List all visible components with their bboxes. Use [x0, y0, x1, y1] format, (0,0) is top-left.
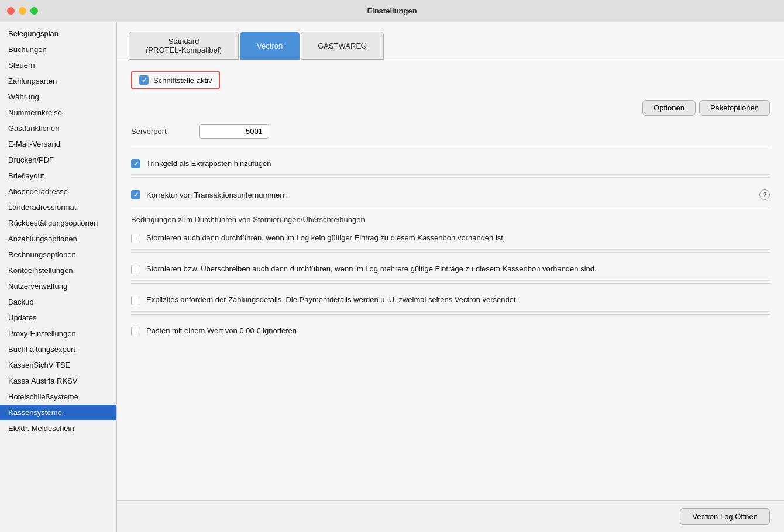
sidebar-item-steuern[interactable]: Steuern	[0, 57, 116, 73]
sidebar-item-zahlungsarten[interactable]: Zahlungsarten	[0, 73, 116, 89]
sidebar-item-kassensichv-tse[interactable]: KassenSichV TSE	[0, 357, 116, 373]
sidebar-item-buchhaltungsexport[interactable]: Buchhaltungsexport	[0, 341, 116, 357]
condition-row-stornieren2: Stornieren bzw. Überschreiben auch dann …	[131, 258, 770, 281]
sidebar-item-email-versand[interactable]: E-Mail-Versand	[0, 136, 116, 152]
divider-cond-explizites	[131, 314, 770, 315]
window-controls	[7, 7, 38, 15]
korrektur-checkbox[interactable]: ✓	[131, 190, 140, 199]
sidebar: BelegungsplanBuchungenSteuernZahlungsart…	[0, 22, 117, 532]
sidebar-item-waehrung[interactable]: Währung	[0, 89, 116, 105]
sidebar-item-kassa-austria[interactable]: Kassa Austria RKSV	[0, 373, 116, 389]
condition-cb-explizites[interactable]	[131, 296, 140, 305]
serverport-input[interactable]	[199, 124, 269, 139]
sidebar-item-nutzerverwaltung[interactable]: Nutzerverwaltung	[0, 278, 116, 294]
schnittstelle-aktiv-box[interactable]: ✓ Schnittstelle aktiv	[131, 71, 220, 89]
korrektur-row: ✓ Korrektur von Transaktionsunternummern…	[131, 184, 770, 206]
tab-bar: Standard (PROTEL-Kompatibel)VectronGASTW…	[117, 22, 784, 60]
sidebar-item-rueckbestaetigung[interactable]: Rückbestätigungsoptionen	[0, 215, 116, 231]
section-label: Bedingungen zum Durchführen von Stornier…	[131, 215, 770, 224]
options-bar: OptionenPaketoptionen	[131, 100, 770, 116]
schnittstelle-aktiv-label: Schnittstelle aktiv	[153, 76, 212, 85]
sidebar-item-belegungsplan[interactable]: Belegungsplan	[0, 26, 116, 42]
close-button[interactable]	[7, 7, 15, 15]
sidebar-item-hotelschliesssysteme[interactable]: Hotelschließsysteme	[0, 389, 116, 405]
vectron-log-button[interactable]: Vectron Log Öffnen	[680, 508, 770, 525]
minimize-button[interactable]	[19, 7, 26, 15]
trinkgeld-row: ✓ Trinkgeld als Extraposten hinzufügen	[131, 153, 770, 175]
sidebar-item-kontoeinstellungen[interactable]: Kontoeinstellungen	[0, 262, 116, 278]
condition-cb-stornieren2[interactable]	[131, 265, 140, 274]
sidebar-item-brieflayout[interactable]: Brieflayout	[0, 168, 116, 184]
sidebar-item-gastfunktionen[interactable]: Gastfunktionen	[0, 120, 116, 136]
sidebar-item-nummernkreise[interactable]: Nummernkreise	[0, 105, 116, 120]
options-btn-paketoptionen[interactable]: Paketoptionen	[699, 100, 770, 116]
sidebar-item-buchungen[interactable]: Buchungen	[0, 42, 116, 57]
divider-cond-stornieren1	[131, 252, 770, 253]
maximize-button[interactable]	[30, 7, 38, 15]
divider-1	[131, 147, 770, 147]
tab-vectron[interactable]: Vectron	[240, 32, 300, 60]
serverport-label: Serverport	[131, 127, 190, 136]
bottom-bar: Vectron Log Öffnen	[117, 500, 784, 532]
condition-row-explizites: Explizites anfordern der Zahlungsdetails…	[131, 289, 770, 312]
options-btn-optionen[interactable]: Optionen	[642, 100, 696, 116]
divider-3	[131, 209, 770, 209]
sidebar-item-anzahlungsoptionen[interactable]: Anzahlungsoptionen	[0, 231, 116, 247]
schnittstelle-aktiv-checkbox[interactable]: ✓	[139, 75, 149, 85]
divider-2	[131, 177, 770, 178]
korrektur-info-icon[interactable]: ?	[759, 189, 770, 200]
tab-standard[interactable]: Standard (PROTEL-Kompatibel)	[129, 32, 239, 60]
condition-label-explizites: Explizites anfordern der Zahlungsdetails…	[146, 295, 770, 304]
condition-label-stornieren2: Stornieren bzw. Überschreiben auch dann …	[146, 264, 770, 273]
tab-gastware[interactable]: GASTWARE®	[301, 32, 384, 60]
condition-row-posten: Posten mit einem Wert von 0,00 € ignorie…	[131, 320, 770, 342]
condition-label-posten: Posten mit einem Wert von 0,00 € ignorie…	[146, 326, 770, 335]
condition-cb-posten[interactable]	[131, 327, 140, 336]
content-body: ✓ Schnittstelle aktiv OptionenPaketoptio…	[117, 60, 784, 500]
sidebar-item-laenderadressformat[interactable]: Länderadressformat	[0, 199, 116, 215]
serverport-row: Serverport	[131, 124, 770, 139]
condition-cb-stornieren1[interactable]	[131, 234, 140, 243]
sidebar-item-backup[interactable]: Backup	[0, 294, 116, 310]
divider-cond-stornieren2	[131, 283, 770, 284]
condition-row-stornieren1: Stornieren auch dann durchführen, wenn i…	[131, 227, 770, 250]
sidebar-item-kassensysteme[interactable]: Kassensysteme	[0, 405, 116, 420]
content-scroll: ✓ Schnittstelle aktiv OptionenPaketoptio…	[117, 60, 784, 532]
sidebar-item-updates[interactable]: Updates	[0, 310, 116, 326]
window-title: Einstellungen	[367, 6, 417, 15]
app-body: BelegungsplanBuchungenSteuernZahlungsart…	[0, 22, 784, 532]
sidebar-item-proxy-einstellungen[interactable]: Proxy-Einstellungen	[0, 326, 116, 341]
trinkgeld-checkbox[interactable]: ✓	[131, 159, 140, 168]
sidebar-item-elektr-meldeschein[interactable]: Elektr. Meldeschein	[0, 420, 116, 436]
korrektur-label: Korrektur von Transaktionsunternummern	[146, 191, 754, 199]
condition-rows: Stornieren auch dann durchführen, wenn i…	[131, 227, 770, 342]
sidebar-item-absenderadresse[interactable]: Absenderadresse	[0, 184, 116, 199]
sidebar-item-drucken-pdf[interactable]: Drucken/PDF	[0, 152, 116, 168]
trinkgeld-label: Trinkgeld als Extraposten hinzufügen	[146, 159, 770, 168]
sidebar-item-rechnungsoptionen[interactable]: Rechnungsoptionen	[0, 247, 116, 262]
condition-label-stornieren1: Stornieren auch dann durchführen, wenn i…	[146, 233, 770, 242]
content-area: Standard (PROTEL-Kompatibel)VectronGASTW…	[117, 22, 784, 532]
title-bar: Einstellungen	[0, 0, 784, 22]
